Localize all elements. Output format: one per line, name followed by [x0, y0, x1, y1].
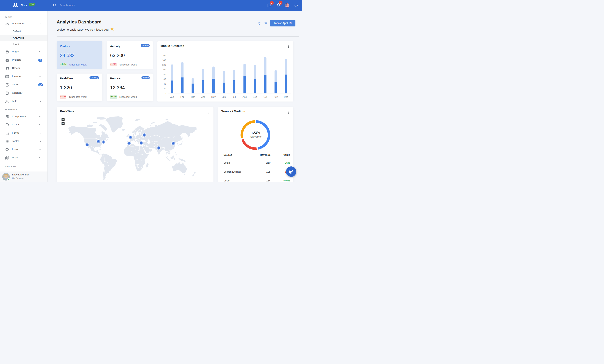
svg-text:Jul: Jul [233, 96, 236, 98]
svg-text:Aug: Aug [242, 96, 246, 98]
svg-text:Jun: Jun [222, 96, 226, 98]
svg-text:160: 160 [162, 54, 166, 57]
svg-text:40: 40 [164, 83, 166, 85]
svg-text:120: 120 [162, 63, 166, 66]
svg-text:20: 20 [164, 87, 166, 90]
svg-text:60: 60 [164, 78, 166, 80]
svg-text:100: 100 [162, 68, 166, 71]
svg-text:Dec: Dec [284, 96, 288, 98]
svg-text:140: 140 [162, 59, 166, 62]
svg-text:Sep: Sep [253, 96, 257, 98]
svg-text:Feb: Feb [180, 96, 184, 98]
svg-text:Oct: Oct [263, 96, 267, 98]
svg-text:Jan: Jan [170, 96, 174, 98]
svg-text:Mar: Mar [191, 96, 195, 98]
svg-text:May: May [211, 96, 216, 98]
svg-text:Nov: Nov [274, 96, 278, 98]
svg-text:80: 80 [164, 73, 166, 76]
svg-text:Apr: Apr [201, 96, 205, 98]
svg-text:0: 0 [164, 92, 166, 95]
